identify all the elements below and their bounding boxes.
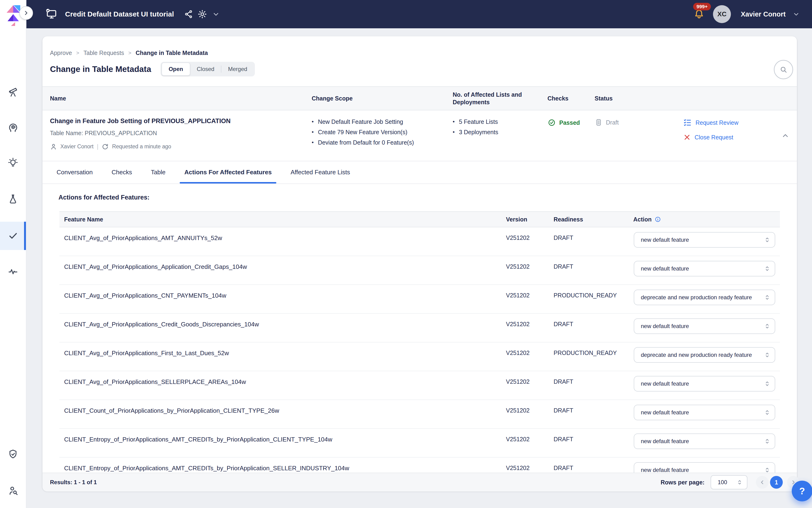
flask-icon [7,194,18,205]
tab-table[interactable]: Table [150,161,167,183]
gear-icon[interactable] [197,0,208,28]
info-icon[interactable] [655,216,661,223]
readiness-cell: DRAFT [554,235,573,241]
bullet: • [312,127,314,137]
bullet: • [453,117,455,127]
action-select[interactable]: new default feature [634,232,775,248]
change-scope-item: Deviate from Default for 0 Feature(s) [318,137,414,147]
search-button[interactable] [774,60,793,79]
notifications-badge: 999+ [693,3,711,10]
share-icon[interactable] [184,0,194,28]
col-change-scope: Change Scope [312,87,353,110]
monitor-check-icon [45,0,57,28]
request-review-link[interactable]: Request Review [683,118,738,127]
feature-name-cell: CLIENT_Entropy_of_PriorApplications_AMT_… [64,465,349,472]
rows-per-page-label: Rows per page: [661,479,705,486]
tab-affected-feature-lists[interactable]: Affected Feature Lists [289,161,351,183]
rows-per-page-input[interactable] [717,478,737,486]
action-select[interactable]: new default feature [634,462,775,474]
table-row: CLIENT_Count_of_PriorApplications_by_Pri… [59,400,780,429]
request-table-name: Table Name: PREVIOUS_APPLICATION [50,130,157,136]
action-select-value: deprecate and new production ready featu… [641,294,752,301]
action-select[interactable]: deprecate and new production ready featu… [634,290,775,305]
change-scope-item: Create 79 New Feature Version(s) [318,127,407,137]
feature-name-cell: CLIENT_Count_of_PriorApplications_by_Pri… [64,407,279,414]
pagination-prev-button[interactable] [756,476,769,489]
sidebar-item-activity[interactable] [0,257,26,285]
tab-conversation[interactable]: Conversation [56,161,94,183]
user-search-icon [7,485,18,496]
close-request-label: Close Request [694,134,733,141]
workspace-menu-chevron-down-icon[interactable] [212,0,220,28]
action-select[interactable]: new default feature [634,376,775,391]
sidebar-item-user-search[interactable] [0,476,26,505]
version-cell: V251202 [506,407,530,414]
status-cell: Draft [595,118,619,126]
sidebar-item-experiments[interactable] [0,185,26,213]
version-cell: V251202 [506,235,530,241]
feature-name-cell: CLIENT_Avg_of_PriorApplications_First_to… [64,349,229,357]
request-review-label: Request Review [695,119,738,126]
action-select-value: new default feature [641,409,752,416]
table-footer: Results: 1 - 1 of 1 Rows per page: 1 [42,473,797,492]
checks-status: Passed [559,119,580,126]
action-select[interactable]: new default feature [634,319,775,334]
breadcrumb-approve[interactable]: Approve [50,49,72,56]
content-card: Approve > Table Requests > Change in Tab… [42,36,797,491]
rows-per-page-select[interactable] [711,475,748,490]
version-cell: V251202 [506,321,530,328]
readiness-cell: DRAFT [554,465,573,471]
pagination-page-1[interactable]: 1 [770,476,783,489]
sidebar-item-explore[interactable] [0,78,26,106]
avatar[interactable]: XC [713,5,731,23]
user-name[interactable]: Xavier Conort [741,0,785,28]
readiness-cell: DRAFT [554,378,573,385]
filter-merged[interactable]: Merged [221,63,254,75]
checklist-icon [683,118,692,127]
close-request-link[interactable]: Close Request [683,133,733,141]
action-select-value: new default feature [641,380,752,387]
sidebar-collapse-button[interactable] [19,6,33,20]
readiness-cell: DRAFT [554,407,573,414]
breadcrumb-separator: > [128,50,131,56]
col-version: Version [506,212,527,227]
readiness-cell: PRODUCTION_READY [554,292,617,299]
workspace-title: Credit Default Dataset UI tutorial [65,0,174,28]
user-menu-chevron-down-icon[interactable] [793,0,800,28]
version-cell: V251202 [506,436,530,443]
change-scope-list: •New Default Feature Job Setting •Create… [312,117,414,147]
help-button[interactable]: ? [792,481,812,501]
action-select-value: new default feature [641,467,752,473]
tab-actions-for-affected-features[interactable]: Actions For Affected Features [183,161,273,183]
close-x-icon [683,133,691,141]
state-filter: Open Closed Merged [161,62,255,76]
detail-tabs: Conversation Checks Table Actions For Af… [42,161,797,184]
filter-open[interactable]: Open [162,62,190,76]
top-bar: Credit Default Dataset UI tutorial 999+ … [0,0,812,28]
breadcrumb-table-requests[interactable]: Table Requests [84,49,124,56]
col-name: Name [50,87,66,110]
requester-name: Xavier Conort [60,143,94,150]
readiness-cell: DRAFT [554,263,573,270]
sidebar-item-modeling[interactable] [0,113,26,141]
affected-item: 3 Deployments [459,127,498,137]
action-select[interactable]: new default feature [634,405,775,420]
action-select[interactable]: new default feature [634,261,775,277]
tab-checks[interactable]: Checks [110,161,133,183]
action-select[interactable]: new default feature [634,433,775,449]
request-title[interactable]: Change in Feature Job Setting of PREVIOU… [50,118,231,125]
col-action: Action [633,212,661,227]
collapse-row-chevron-up-icon[interactable] [781,132,790,140]
sidebar-item-insights[interactable] [0,149,26,177]
stepper-icon [763,351,771,359]
check-circle-icon [547,118,556,127]
breadcrumb: Approve > Table Requests > Change in Tab… [50,49,208,56]
action-select[interactable]: deprecate and new production ready featu… [634,347,775,363]
requested-time: Requested a minute ago [112,143,171,150]
sidebar-item-approvals[interactable] [0,222,26,250]
col-action-label: Action [633,216,652,223]
filter-closed[interactable]: Closed [190,63,221,75]
sidebar-item-governance[interactable] [0,440,26,468]
feature-name-cell: CLIENT_Avg_of_PriorApplications_AMT_ANNU… [64,235,222,242]
table-row: CLIENT_Avg_of_PriorApplications_SELLERPL… [59,371,780,400]
